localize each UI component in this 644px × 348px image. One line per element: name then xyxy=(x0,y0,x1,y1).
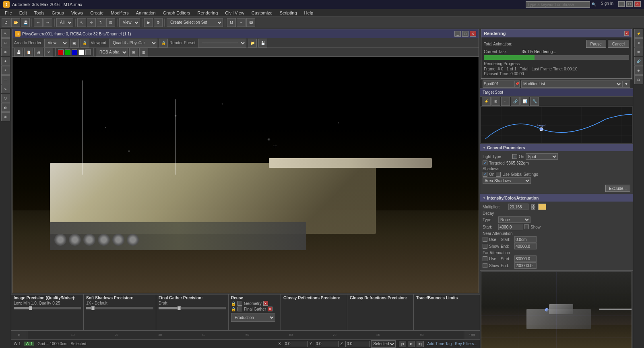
channel-dropdown[interactable]: RGB Alpha xyxy=(96,48,128,57)
right-icon-2[interactable]: ◈ xyxy=(634,38,643,47)
viewport-lock-btn[interactable]: 🔒 xyxy=(159,39,168,47)
area-to-render-dropdown[interactable]: View xyxy=(44,39,68,47)
selection-filter[interactable]: All xyxy=(56,18,73,27)
menu-animation[interactable]: Animation xyxy=(133,10,159,16)
render-settings-btn[interactable]: ⚙ xyxy=(154,18,163,27)
multiplier-spinner[interactable]: ▲ ▼ xyxy=(530,204,537,210)
light-type-dropdown[interactable]: Spot xyxy=(526,153,558,160)
undo-btn[interactable]: ↩ xyxy=(34,18,43,27)
reuse-dropdown[interactable]: Production xyxy=(231,313,275,322)
far-end-input[interactable] xyxy=(514,262,537,269)
scale-btn[interactable]: ⊡ xyxy=(106,18,115,27)
timeline-track[interactable]: 10 20 30 40 50 60 70 80 90 xyxy=(27,331,464,339)
minimize-btn[interactable]: _ xyxy=(618,1,625,7)
light-on-checkbox[interactable]: ✓ xyxy=(512,154,517,159)
x-input[interactable] xyxy=(284,341,308,347)
geometry-checkbox[interactable] xyxy=(237,301,242,306)
exclude-btn[interactable]: Exclude... xyxy=(605,185,630,192)
render-max-btn[interactable]: □ xyxy=(462,31,469,37)
menu-civil-view[interactable]: Civil View xyxy=(222,10,247,16)
sidebar-tool-9[interactable]: ◐ xyxy=(1,103,10,112)
render-min-btn[interactable]: _ xyxy=(454,31,461,37)
start-input[interactable] xyxy=(498,224,522,230)
decay-type-dropdown[interactable]: None xyxy=(498,216,530,223)
menu-scripting[interactable]: Scripting xyxy=(277,10,300,16)
right-icon-6[interactable]: ⊡ xyxy=(634,75,643,84)
final-gather-checkbox[interactable] xyxy=(237,307,242,311)
sidebar-tool-10[interactable]: ⊞ xyxy=(1,112,10,121)
save-preset-btn[interactable]: 💾 xyxy=(258,39,267,47)
material-editor-btn[interactable]: M xyxy=(227,18,236,27)
render-close-btn[interactable]: ✕ xyxy=(470,31,476,37)
rotate-btn[interactable]: ↻ xyxy=(97,18,105,27)
search-input[interactable] xyxy=(526,1,590,8)
right-icon-3[interactable]: ⊞ xyxy=(634,47,643,56)
final-gather-slider[interactable] xyxy=(159,307,226,309)
render-preset-dropdown[interactable]: ────────────── xyxy=(198,39,246,47)
selection-set-dropdown[interactable]: Create Selection Set xyxy=(167,18,223,27)
far-use-checkbox[interactable] xyxy=(483,256,487,261)
prop-icon-1[interactable]: ⚡ xyxy=(482,97,491,106)
show-checkbox[interactable] xyxy=(524,224,529,229)
z-input[interactable] xyxy=(345,341,369,347)
near-end-input[interactable] xyxy=(514,243,537,249)
copy-image-btn[interactable]: 📋 xyxy=(24,48,33,57)
sign-in-label[interactable]: Sign In xyxy=(601,1,613,8)
menu-modifiers[interactable]: Modifiers xyxy=(107,10,132,16)
geometry-close[interactable]: ✕ xyxy=(263,301,268,306)
sidebar-tool-8[interactable]: ⬡ xyxy=(1,94,10,103)
play-btn[interactable]: ▶ xyxy=(408,341,415,347)
view-dropdown[interactable]: View xyxy=(119,18,140,27)
render-lock-btn[interactable]: 🔒 xyxy=(80,39,89,47)
prop-icon-2[interactable]: ⊞ xyxy=(491,97,500,106)
menu-create[interactable]: Create xyxy=(87,10,107,16)
pause-btn[interactable]: Pause xyxy=(586,40,606,48)
render-btn[interactable]: ▶ xyxy=(144,18,153,27)
final-gather-close[interactable]: ✕ xyxy=(268,307,272,311)
select-btn[interactable]: ↖ xyxy=(77,18,86,27)
prop-icon-3[interactable]: ⋯ xyxy=(501,97,510,106)
far-start-input[interactable] xyxy=(514,255,537,262)
save-image-btn[interactable]: 💾 xyxy=(14,48,23,57)
right-icon-5[interactable]: ⊕ xyxy=(634,66,643,75)
prev-frame-btn[interactable]: |◀ xyxy=(399,341,406,347)
near-show-checkbox[interactable] xyxy=(483,244,487,249)
image-precision-slider[interactable] xyxy=(14,307,81,309)
print-btn[interactable]: 🖨 xyxy=(34,48,43,57)
shadow-type-dropdown[interactable]: Area Shadows xyxy=(483,177,531,184)
curve-editor-btn[interactable]: ~ xyxy=(237,18,246,27)
menu-group[interactable]: Group xyxy=(48,10,67,16)
render-region-btn[interactable]: ▣ xyxy=(70,39,79,47)
load-preset-btn[interactable]: 📁 xyxy=(248,39,257,47)
viewport-dropdown[interactable]: Quad 4 - PhysCar xyxy=(109,39,157,47)
menu-graph-editors[interactable]: Graph Editors xyxy=(160,10,194,16)
prop-pin-btn[interactable]: 📌 xyxy=(515,80,520,88)
menu-file[interactable]: File xyxy=(2,10,15,16)
menu-customize[interactable]: Customize xyxy=(248,10,276,16)
redo-btn[interactable]: ↪ xyxy=(43,18,52,27)
cancel-btn[interactable]: Cancel xyxy=(608,40,629,48)
render-frame-btn[interactable]: 🖼 xyxy=(246,18,255,27)
far-show-checkbox[interactable] xyxy=(483,263,487,268)
add-time-tag[interactable]: Add Time Tag xyxy=(427,342,452,346)
prop-icon-4[interactable]: 🔗 xyxy=(511,97,520,106)
near-start-input[interactable] xyxy=(514,236,537,243)
dialog-close-btn[interactable]: ✕ xyxy=(624,31,629,36)
targeted-checkbox[interactable]: ✓ xyxy=(483,161,487,165)
sidebar-tool-2[interactable]: □ xyxy=(1,38,10,47)
shadows-on-checkbox[interactable]: ✓ xyxy=(483,172,487,177)
open-btn[interactable]: 📂 xyxy=(11,18,20,27)
sidebar-tool-3[interactable]: ⊕ xyxy=(1,47,10,56)
menu-edit[interactable]: Edit xyxy=(16,10,30,16)
channel-btn[interactable]: ⊞ xyxy=(129,48,138,57)
general-params-header[interactable]: ▼ General Parameters xyxy=(480,144,633,151)
multiplier-input[interactable] xyxy=(508,204,528,210)
sidebar-tool-7[interactable]: ∿ xyxy=(1,84,10,93)
spot-name-input[interactable] xyxy=(483,80,515,88)
soft-shadows-slider[interactable] xyxy=(86,307,153,309)
next-frame-btn[interactable]: ▶| xyxy=(417,341,424,347)
save-btn[interactable]: 💾 xyxy=(21,18,30,27)
right-icon-4[interactable]: 🔗 xyxy=(634,57,643,66)
color-swatch[interactable] xyxy=(538,204,546,210)
coord-system[interactable]: Selected xyxy=(371,340,396,348)
